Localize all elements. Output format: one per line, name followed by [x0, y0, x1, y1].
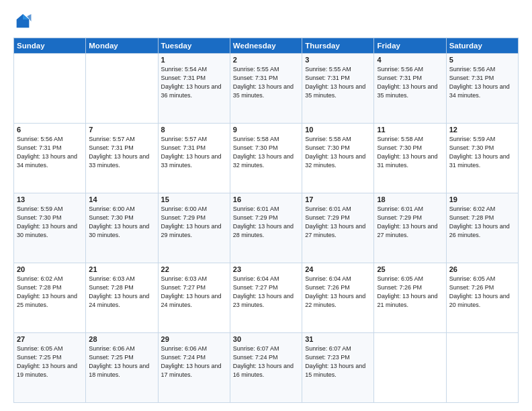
day-number: 10 — [305, 126, 371, 134]
day-info: Sunrise: 6:00 AMSunset: 7:30 PMDaylight:… — [89, 205, 154, 240]
day-info: Sunrise: 6:05 AMSunset: 7:25 PMDaylight:… — [17, 345, 83, 379]
day-info: Sunrise: 5:55 AMSunset: 7:31 PMDaylight:… — [233, 65, 299, 100]
day-info: Sunrise: 6:01 AMSunset: 7:29 PMDaylight:… — [377, 205, 443, 240]
calendar-cell: 23Sunrise: 6:04 AMSunset: 7:27 PMDayligh… — [230, 263, 302, 333]
day-info: Sunrise: 5:56 AMSunset: 7:31 PMDaylight:… — [377, 65, 443, 100]
header — [13, 12, 519, 31]
weekday-tuesday: Tuesday — [158, 38, 230, 54]
calendar-page: SundayMondayTuesdayWednesdayThursdayFrid… — [0, 0, 532, 411]
day-number: 24 — [305, 265, 371, 273]
calendar-cell: 10Sunrise: 5:58 AMSunset: 7:30 PMDayligh… — [302, 124, 374, 193]
day-info: Sunrise: 6:05 AMSunset: 7:26 PMDaylight:… — [377, 275, 443, 310]
weekday-wednesday: Wednesday — [230, 38, 302, 54]
calendar-cell: 6Sunrise: 5:56 AMSunset: 7:31 PMDaylight… — [14, 124, 86, 193]
day-number: 31 — [305, 335, 371, 343]
week-row-5: 27Sunrise: 6:05 AMSunset: 7:25 PMDayligh… — [14, 333, 519, 403]
day-number: 29 — [161, 335, 227, 343]
day-number: 22 — [161, 265, 227, 273]
logo — [13, 12, 35, 31]
weekday-sunday: Sunday — [14, 38, 86, 54]
day-number: 19 — [449, 195, 515, 203]
day-info: Sunrise: 5:56 AMSunset: 7:31 PMDaylight:… — [449, 65, 515, 100]
calendar-cell: 2Sunrise: 5:55 AMSunset: 7:31 PMDaylight… — [230, 54, 302, 124]
day-info: Sunrise: 6:04 AMSunset: 7:26 PMDaylight:… — [305, 275, 371, 310]
day-number: 5 — [449, 56, 515, 64]
day-number: 3 — [305, 56, 371, 64]
calendar-cell: 28Sunrise: 6:06 AMSunset: 7:25 PMDayligh… — [86, 333, 158, 403]
calendar-cell: 8Sunrise: 5:57 AMSunset: 7:31 PMDaylight… — [158, 124, 230, 193]
calendar-cell: 14Sunrise: 6:00 AMSunset: 7:30 PMDayligh… — [86, 193, 158, 263]
day-number: 30 — [233, 335, 299, 343]
day-number: 21 — [89, 265, 154, 273]
calendar-cell: 9Sunrise: 5:58 AMSunset: 7:30 PMDaylight… — [230, 124, 302, 193]
week-row-1: 1Sunrise: 5:54 AMSunset: 7:31 PMDaylight… — [14, 54, 519, 124]
day-info: Sunrise: 5:55 AMSunset: 7:31 PMDaylight:… — [305, 65, 371, 100]
calendar-cell — [446, 333, 518, 403]
day-info: Sunrise: 6:07 AMSunset: 7:23 PMDaylight:… — [305, 345, 371, 379]
week-row-4: 20Sunrise: 6:02 AMSunset: 7:28 PMDayligh… — [14, 263, 519, 333]
day-info: Sunrise: 6:02 AMSunset: 7:28 PMDaylight:… — [17, 275, 83, 310]
weekday-friday: Friday — [374, 38, 446, 54]
calendar-cell: 1Sunrise: 5:54 AMSunset: 7:31 PMDaylight… — [158, 54, 230, 124]
calendar-cell: 27Sunrise: 6:05 AMSunset: 7:25 PMDayligh… — [14, 333, 86, 403]
day-info: Sunrise: 6:02 AMSunset: 7:28 PMDaylight:… — [449, 205, 515, 240]
day-number: 9 — [233, 126, 299, 134]
day-number: 18 — [377, 195, 443, 203]
calendar-cell: 29Sunrise: 6:06 AMSunset: 7:24 PMDayligh… — [158, 333, 230, 403]
day-number: 13 — [17, 195, 83, 203]
day-info: Sunrise: 5:57 AMSunset: 7:31 PMDaylight:… — [161, 135, 227, 170]
weekday-monday: Monday — [86, 38, 158, 54]
day-info: Sunrise: 5:59 AMSunset: 7:30 PMDaylight:… — [17, 205, 83, 240]
day-info: Sunrise: 5:56 AMSunset: 7:31 PMDaylight:… — [17, 135, 83, 170]
calendar-cell: 5Sunrise: 5:56 AMSunset: 7:31 PMDaylight… — [446, 54, 518, 124]
calendar-cell: 18Sunrise: 6:01 AMSunset: 7:29 PMDayligh… — [374, 193, 446, 263]
day-info: Sunrise: 5:58 AMSunset: 7:30 PMDaylight:… — [233, 135, 299, 170]
day-info: Sunrise: 6:01 AMSunset: 7:29 PMDaylight:… — [233, 205, 299, 240]
calendar-cell — [86, 54, 158, 124]
calendar-header: SundayMondayTuesdayWednesdayThursdayFrid… — [14, 38, 519, 54]
day-info: Sunrise: 5:59 AMSunset: 7:30 PMDaylight:… — [449, 135, 515, 170]
day-info: Sunrise: 5:58 AMSunset: 7:30 PMDaylight:… — [305, 135, 371, 170]
day-number: 27 — [17, 335, 83, 343]
day-number: 15 — [161, 195, 227, 203]
calendar-cell: 31Sunrise: 6:07 AMSunset: 7:23 PMDayligh… — [302, 333, 374, 403]
calendar-cell — [14, 54, 86, 124]
calendar-body: 1Sunrise: 5:54 AMSunset: 7:31 PMDaylight… — [14, 54, 519, 403]
day-number: 4 — [377, 56, 443, 64]
day-number: 2 — [233, 56, 299, 64]
calendar-cell: 11Sunrise: 5:58 AMSunset: 7:30 PMDayligh… — [374, 124, 446, 193]
day-number: 8 — [161, 126, 227, 134]
day-number: 28 — [89, 335, 154, 343]
weekday-saturday: Saturday — [446, 38, 518, 54]
calendar-cell: 17Sunrise: 6:01 AMSunset: 7:29 PMDayligh… — [302, 193, 374, 263]
calendar-cell: 12Sunrise: 5:59 AMSunset: 7:30 PMDayligh… — [446, 124, 518, 193]
day-info: Sunrise: 6:00 AMSunset: 7:29 PMDaylight:… — [161, 205, 227, 240]
day-number: 25 — [377, 265, 443, 273]
calendar-cell: 19Sunrise: 6:02 AMSunset: 7:28 PMDayligh… — [446, 193, 518, 263]
calendar-cell: 15Sunrise: 6:00 AMSunset: 7:29 PMDayligh… — [158, 193, 230, 263]
day-info: Sunrise: 6:03 AMSunset: 7:28 PMDaylight:… — [89, 275, 154, 310]
week-row-2: 6Sunrise: 5:56 AMSunset: 7:31 PMDaylight… — [14, 124, 519, 193]
day-info: Sunrise: 5:58 AMSunset: 7:30 PMDaylight:… — [377, 135, 443, 170]
calendar-table: SundayMondayTuesdayWednesdayThursdayFrid… — [13, 38, 519, 403]
day-info: Sunrise: 6:06 AMSunset: 7:24 PMDaylight:… — [161, 345, 227, 379]
week-row-3: 13Sunrise: 5:59 AMSunset: 7:30 PMDayligh… — [14, 193, 519, 263]
day-info: Sunrise: 6:01 AMSunset: 7:29 PMDaylight:… — [305, 205, 371, 240]
day-info: Sunrise: 6:04 AMSunset: 7:27 PMDaylight:… — [233, 275, 299, 310]
calendar-cell: 25Sunrise: 6:05 AMSunset: 7:26 PMDayligh… — [374, 263, 446, 333]
day-info: Sunrise: 6:07 AMSunset: 7:24 PMDaylight:… — [233, 345, 299, 379]
calendar-cell: 24Sunrise: 6:04 AMSunset: 7:26 PMDayligh… — [302, 263, 374, 333]
day-number: 11 — [377, 126, 443, 134]
calendar-cell: 16Sunrise: 6:01 AMSunset: 7:29 PMDayligh… — [230, 193, 302, 263]
calendar-cell: 7Sunrise: 5:57 AMSunset: 7:31 PMDaylight… — [86, 124, 158, 193]
day-number: 17 — [305, 195, 371, 203]
calendar-cell: 30Sunrise: 6:07 AMSunset: 7:24 PMDayligh… — [230, 333, 302, 403]
day-info: Sunrise: 6:03 AMSunset: 7:27 PMDaylight:… — [161, 275, 227, 310]
logo-icon — [13, 12, 32, 31]
day-number: 16 — [233, 195, 299, 203]
day-number: 14 — [89, 195, 154, 203]
day-number: 6 — [17, 126, 83, 134]
calendar-cell: 22Sunrise: 6:03 AMSunset: 7:27 PMDayligh… — [158, 263, 230, 333]
day-number: 7 — [89, 126, 154, 134]
day-info: Sunrise: 5:54 AMSunset: 7:31 PMDaylight:… — [161, 65, 227, 100]
